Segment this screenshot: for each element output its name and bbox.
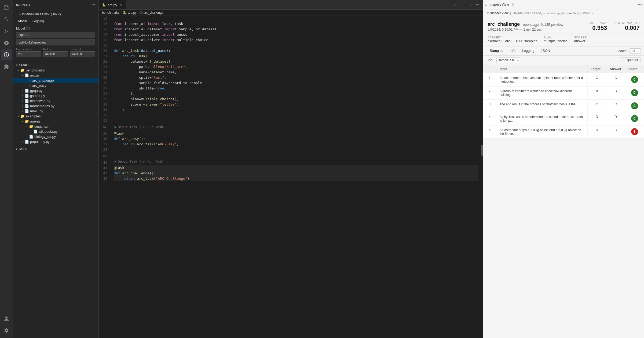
tasks-section-header[interactable]: ▾ TASKS xyxy=(13,62,98,68)
run-button[interactable]: ▷ xyxy=(452,2,458,8)
run-task-link-1[interactable]: Run Task xyxy=(148,124,163,130)
debug-task-link-2[interactable]: Debug Task xyxy=(118,159,137,164)
editor-tab-arc-py[interactable]: 🐍 arc.py ✕ xyxy=(99,0,126,9)
row-4-target: D xyxy=(588,112,606,125)
task-section-small[interactable]: › TASK xyxy=(13,146,98,151)
mathematics-label: mathematics.py xyxy=(30,104,98,108)
row-5-answer: C xyxy=(606,125,625,139)
inspect-tab-json[interactable]: JSON xyxy=(538,46,554,55)
file-icon-popularity: 📄 xyxy=(25,140,29,144)
code-line-21: return Task( xyxy=(114,53,478,59)
breadcrumb-arc-challenge[interactable]: ⬡ arc_challenge xyxy=(140,11,163,15)
editor-more-button[interactable]: ••• xyxy=(474,2,481,8)
scores-select-wrapper[interactable]: All xyxy=(630,48,641,54)
account-icon[interactable] xyxy=(1,313,12,324)
tree-item-popularity[interactable]: › 📄 popularity.py xyxy=(13,139,98,144)
tree-item-wikipedia[interactable]: › 📄 wikipedia.py xyxy=(13,129,98,134)
code-line-35: def arc_easy(): xyxy=(114,136,478,142)
activity-bar: i xyxy=(0,0,13,338)
task-tree: ▾ TASKS ▾ 📁 benchmarks ▾ 📄 arc.py ○ arc_… xyxy=(13,61,98,338)
table-row-5[interactable]: 5 An astronaut drops a 1.0 kg object and… xyxy=(483,125,644,139)
connections-input[interactable] xyxy=(16,51,41,57)
model-help-icon[interactable]: ? xyxy=(26,27,30,30)
scorer-block: SCORER answer xyxy=(574,36,587,43)
tab-logging[interactable]: Logging xyxy=(30,19,46,24)
inspect-more-button[interactable]: ••• xyxy=(637,2,642,7)
scores-select[interactable]: All xyxy=(630,48,641,54)
gsm8k-chevron: › xyxy=(20,94,25,97)
model-select-wrapper[interactable]: OpenAI xyxy=(16,32,95,38)
wikipedia-chevron: › xyxy=(29,130,33,133)
tree-item-gsm8k[interactable]: › 📄 gsm8k.py xyxy=(13,93,98,98)
inspect-tab-logging[interactable]: Logging xyxy=(519,46,537,55)
tree-item-examples[interactable]: ▾ 📁 examples xyxy=(13,114,98,119)
sort-wrapper[interactable]: sample asc xyxy=(496,57,520,63)
inspect-tab-samples[interactable]: Samples xyxy=(486,46,507,55)
bootstrap-label: bootstrap_std xyxy=(613,21,640,24)
benchmarks-label: benchmarks xyxy=(26,68,98,72)
tab-close-button[interactable]: ✕ xyxy=(119,3,123,7)
timeout-input[interactable] xyxy=(70,51,95,57)
inspect-close-button[interactable]: ✕ xyxy=(511,2,514,7)
settings-icon[interactable] xyxy=(1,325,12,336)
search-icon[interactable] xyxy=(1,14,12,25)
breadcrumb-arc-py[interactable]: arc.py xyxy=(128,11,137,15)
tree-item-benchmarks[interactable]: ▾ 📁 benchmarks xyxy=(13,68,98,73)
source-control-icon[interactable] xyxy=(1,26,12,37)
tree-item-gpqa[interactable]: › 📄 gpqa.py xyxy=(13,88,98,93)
table-row-4[interactable]: 4 A physicist wants to determine the spe… xyxy=(483,112,644,125)
scorer-label: SCORER xyxy=(574,36,587,39)
gpqa-label: gpqa.py xyxy=(30,89,98,93)
inspect-tab-info[interactable]: Info xyxy=(507,46,519,55)
inspect-breadcrumb-title: Inspect View xyxy=(490,11,508,15)
tree-item-arc-challenge[interactable]: ○ arc_challenge ⚙ ▷ xyxy=(13,78,98,83)
python-file-icon: 🐍 xyxy=(102,3,106,7)
model-select[interactable]: OpenAI xyxy=(16,32,95,38)
config-section-header[interactable]: ▾ CONFIGURATION (.ENV) xyxy=(16,12,95,17)
file-icon-mmlu: 📄 xyxy=(25,109,29,113)
tree-item-langchain[interactable]: ▾ 📁 langchain xyxy=(13,124,98,129)
sidebar-header: INSPECT ••• xyxy=(13,0,98,10)
run-task-link-2[interactable]: Run Task xyxy=(148,159,163,164)
row-1-score: C xyxy=(625,73,644,87)
row-4-score: C xyxy=(625,112,644,125)
breadcrumb-benchmarks[interactable]: benchmarks xyxy=(102,11,119,15)
tree-item-arc-py[interactable]: ▾ 📄 arc.py xyxy=(13,73,98,78)
table-row-2[interactable]: 2 A group of engineers wanted to know ho… xyxy=(483,87,644,100)
tree-item-arc-easy[interactable]: ○ arc_easy xyxy=(13,83,98,88)
minimap-thumb[interactable] xyxy=(481,145,483,156)
files-icon[interactable] xyxy=(1,2,12,13)
inspect-panel-title: Inspect View xyxy=(489,3,509,6)
sort-select[interactable]: sample asc xyxy=(496,57,520,63)
sidebar-more-button[interactable]: ••• xyxy=(91,3,95,7)
row-1-num: 1 xyxy=(483,73,496,87)
tree-item-agents[interactable]: ▾ 📁 agents xyxy=(13,119,98,124)
arc-easy-label: arc_easy xyxy=(32,84,98,88)
file-icon-hellaswag: 📄 xyxy=(25,99,29,103)
tab-model[interactable]: Model xyxy=(16,19,29,24)
inspect-icon[interactable]: i xyxy=(1,49,12,60)
model-input-field[interactable] xyxy=(16,39,95,45)
code-line-20: def arc_task(dataset_name): xyxy=(114,48,478,53)
run-dropdown-button[interactable]: ⌄ xyxy=(459,2,466,8)
debug-task-link-1[interactable]: Debug Task xyxy=(118,124,137,130)
tree-item-mmlu[interactable]: › 📄 mmlu.py xyxy=(13,109,98,114)
tree-item-hellaswag[interactable]: › 📄 hellaswag.py xyxy=(13,98,98,103)
file-icon-biology: 📄 xyxy=(29,135,33,139)
split-editor-button[interactable]: ⊞ xyxy=(467,2,473,8)
sort-label: Sort: xyxy=(486,58,493,62)
plan-block: PLAN multiple_choice xyxy=(544,36,568,43)
inspect-breadcrumb-filename: 2024-05-09T17-19-51_arc-challenge_beSzAz… xyxy=(513,12,596,15)
langchain-label: langchain xyxy=(34,124,98,128)
retries-input[interactable] xyxy=(43,51,68,57)
table-row-3[interactable]: 3 The end result in the process of photo… xyxy=(483,100,644,112)
file-icon-math: 📄 xyxy=(25,104,29,108)
run-debug-icon[interactable] xyxy=(1,38,12,48)
extensions-icon[interactable] xyxy=(1,61,12,72)
tree-item-mathematics[interactable]: › 📄 mathematics.py xyxy=(13,103,98,109)
row-3-num: 3 xyxy=(483,100,496,112)
open-all-button[interactable]: + Open All xyxy=(620,57,641,63)
tree-item-biology-qa[interactable]: › 📄 biology_qa.py xyxy=(13,134,98,139)
table-row-1[interactable]: 1 An astronomer observes that a planet r… xyxy=(483,73,644,87)
code-line-41: return arc_task("ARC-Challenge") xyxy=(114,176,478,181)
